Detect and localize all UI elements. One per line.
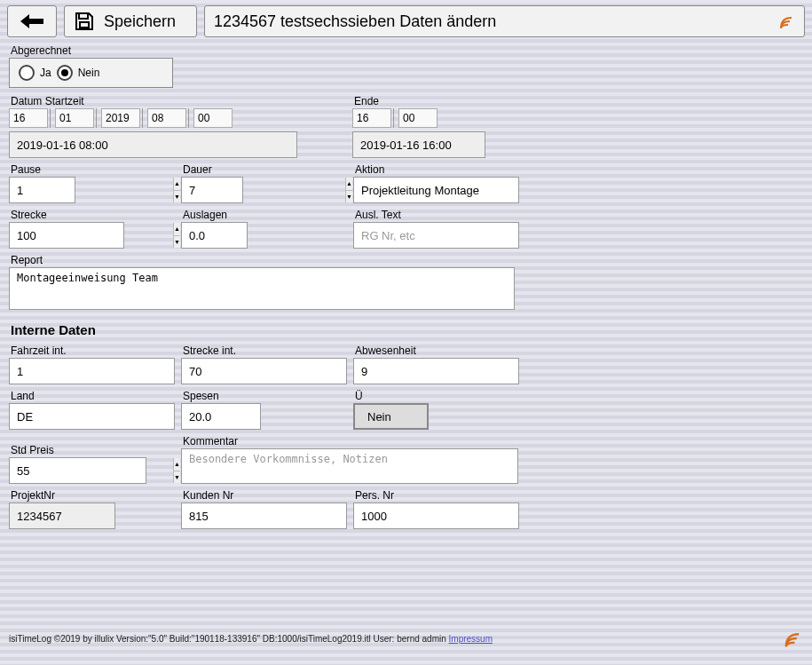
footer: isiTimeLog ©2019 by illulix Version:"5.0… <box>9 628 803 649</box>
ende-display <box>352 131 485 158</box>
report-label: Report <box>9 252 517 267</box>
ausl-text-label: Ausl. Text <box>353 207 522 222</box>
ende-min-input[interactable] <box>398 108 438 128</box>
strecke-int-label: Strecke int. <box>181 343 350 358</box>
kundennr-label: Kunden Nr <box>181 487 350 503</box>
fahrzeit-input[interactable] <box>9 358 175 384</box>
projektnr-label: ProjektNr <box>9 487 177 503</box>
stdpreis-input[interactable] <box>10 458 173 483</box>
spesen-input[interactable] <box>181 403 261 430</box>
projektnr-input <box>9 503 115 529</box>
kundennr-input[interactable] <box>181 503 347 529</box>
abgerechnet-radio-group: Ja Nein <box>9 58 173 88</box>
pause-label: Pause <box>9 162 177 177</box>
land-label: Land <box>9 388 177 403</box>
abgerechnet-ja-radio[interactable] <box>19 65 35 81</box>
persnr-label: Pers. Nr <box>353 487 522 503</box>
arrow-left-icon <box>19 12 45 30</box>
dauer-input[interactable] <box>182 178 345 202</box>
brand-icon <box>782 628 803 649</box>
stdpreis-label: Std Preis <box>9 442 177 457</box>
dauer-up[interactable]: ▲ <box>346 178 352 191</box>
strecke-down[interactable]: ▼ <box>174 236 180 249</box>
aktion-label: Aktion <box>353 162 522 177</box>
pause-input[interactable] <box>10 178 173 202</box>
footer-text: isiTimeLog ©2019 by illulix Version:"5.0… <box>9 634 449 644</box>
ende-hour-input[interactable] <box>352 108 391 128</box>
ausl-text-input[interactable] <box>353 222 519 249</box>
start-label: Datum Startzeit <box>9 93 349 108</box>
start-year-input[interactable] <box>101 108 140 128</box>
stdpreis-down[interactable]: ▼ <box>174 471 180 484</box>
start-hour-input[interactable] <box>147 108 186 128</box>
persnr-input[interactable] <box>353 503 519 529</box>
ende-label: Ende <box>352 93 521 108</box>
save-icon <box>74 11 95 32</box>
strecke-label: Strecke <box>9 207 177 222</box>
spesen-label: Spesen <box>181 388 350 403</box>
abwesenheit-label: Abwesenheit <box>353 343 522 358</box>
save-button[interactable]: Speichern <box>64 5 197 37</box>
kommentar-label: Kommentar <box>181 433 521 448</box>
abgerechnet-ja-label: Ja <box>40 67 51 79</box>
aktion-input[interactable] <box>353 177 519 203</box>
start-min-input[interactable] <box>193 108 233 128</box>
abgerechnet-label: Abgerechnet <box>9 43 803 58</box>
ue-toggle[interactable]: Nein <box>353 403 429 430</box>
kommentar-input[interactable] <box>181 448 518 484</box>
pause-down[interactable]: ▼ <box>174 191 180 203</box>
start-month-input[interactable] <box>55 108 94 128</box>
title-bar: 1234567 testsechssieben Daten ändern <box>204 5 805 37</box>
ue-label: Ü <box>353 388 522 403</box>
save-label: Speichern <box>104 12 176 31</box>
strecke-up[interactable]: ▲ <box>174 223 180 236</box>
abgerechnet-nein-radio[interactable] <box>57 65 73 81</box>
brand-icon <box>777 12 795 30</box>
auslagen-label: Auslagen <box>181 207 350 222</box>
fahrzeit-label: Fahrzeit int. <box>9 343 177 358</box>
dauer-down[interactable]: ▼ <box>346 191 352 203</box>
dauer-label: Dauer <box>181 162 350 177</box>
auslagen-input[interactable] <box>181 222 248 249</box>
strecke-input[interactable] <box>10 223 173 248</box>
start-display <box>9 131 297 158</box>
impressum-link[interactable]: Impressum <box>449 634 493 644</box>
pause-up[interactable]: ▲ <box>174 178 180 191</box>
land-input[interactable] <box>9 403 175 430</box>
report-input[interactable] <box>9 267 515 310</box>
abgerechnet-nein-label: Nein <box>78 67 100 79</box>
stdpreis-up[interactable]: ▲ <box>174 458 180 471</box>
interne-title: Interne Daten <box>9 310 803 343</box>
abwesenheit-input[interactable] <box>353 358 519 384</box>
strecke-int-input[interactable] <box>181 358 347 384</box>
back-button[interactable] <box>7 5 57 37</box>
page-title: 1234567 testsechssieben Daten ändern <box>214 12 496 31</box>
start-day-input[interactable] <box>9 108 48 128</box>
